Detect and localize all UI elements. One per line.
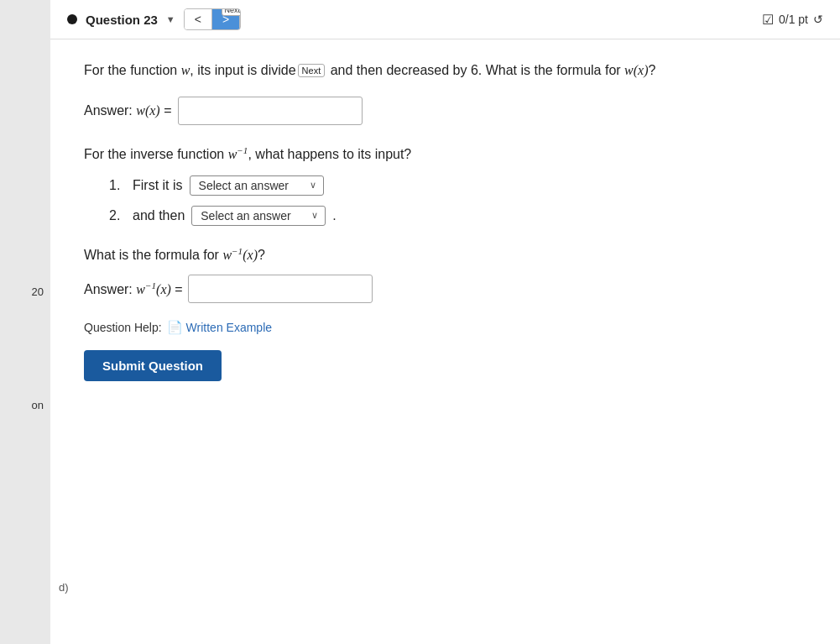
question-header: Question 23 ▼ < > Next ☑ 0/1 pt ↺ xyxy=(50,0,840,39)
step-2-select-arrow: ∨ xyxy=(311,210,318,221)
inverse-section: For the inverse function w−1, what happe… xyxy=(84,145,806,226)
step-1-number: 1. xyxy=(109,178,126,193)
problem-question-mark: ? xyxy=(649,63,656,77)
step-2: 2. and then Select an answer ∨ . xyxy=(109,206,806,226)
formula-text: What is the formula for w−1(x)? xyxy=(84,246,806,263)
retry-icon[interactable]: ↺ xyxy=(813,13,823,26)
bottom-label: d) xyxy=(59,581,69,594)
step-1-select-label: Select an answer xyxy=(199,179,289,192)
problem-func-w: w xyxy=(181,63,190,77)
answer1-label: Answer: w(x) = xyxy=(84,103,171,118)
inverse-text: For the inverse function w−1, what happe… xyxy=(84,145,806,162)
step-1-prefix: First it is xyxy=(133,178,183,193)
inverse-func: w−1 xyxy=(228,147,248,161)
nav-prev-button[interactable]: < xyxy=(185,9,212,29)
nav-buttons: < > Next xyxy=(184,8,241,30)
written-example-label: Written Example xyxy=(186,321,272,334)
step-1: 1. First it is Select an answer ∨ xyxy=(109,175,806,196)
written-example-link[interactable]: 📄 Written Example xyxy=(167,320,272,335)
check-icon: ☑ xyxy=(762,12,774,28)
formula-func: w−1(x) xyxy=(222,248,258,262)
step-2-prefix: and then xyxy=(133,208,185,223)
question-help: Question Help: 📄 Written Example xyxy=(84,320,806,335)
answer1-input[interactable] xyxy=(178,97,363,125)
question-header-left: Question 23 ▼ < > Next xyxy=(67,8,241,30)
header-right: ☑ 0/1 pt ↺ xyxy=(762,12,823,28)
step-2-number: 2. xyxy=(109,208,126,223)
left-sidebar: 20 on xyxy=(0,0,50,644)
next-badge: Next xyxy=(222,8,242,16)
main-content: Question 23 ▼ < > Next ☑ 0/1 pt ↺ For th… xyxy=(50,0,840,644)
submit-button[interactable]: Submit Question xyxy=(84,350,222,381)
step-2-select[interactable]: Select an answer ∨ xyxy=(191,206,326,226)
formula-section: What is the formula for w−1(x)? Answer: … xyxy=(84,246,806,381)
question-help-label: Question Help: xyxy=(84,321,162,334)
question-dropdown-arrow[interactable]: ▼ xyxy=(166,14,175,24)
answer1-row: Answer: w(x) = xyxy=(84,97,806,125)
problem-text-after: and then decreased by 6. What is the for… xyxy=(326,63,624,77)
question-dot xyxy=(67,14,77,24)
problem-text-middle: , its input is divide xyxy=(190,63,295,77)
step-1-select[interactable]: Select an answer ∨ xyxy=(190,175,324,196)
question-body: For the function w, its input is divideN… xyxy=(50,39,840,418)
step-1-select-arrow: ∨ xyxy=(310,180,316,191)
sidebar-item-20: 20 xyxy=(32,285,44,298)
problem-func-wx: w(x) xyxy=(624,63,648,77)
question-title: Question 23 xyxy=(86,13,158,27)
formula-answer-row: Answer: w−1(x) = xyxy=(84,275,806,303)
answer2-input[interactable] xyxy=(188,275,373,303)
sidebar-item-on: on xyxy=(32,399,44,411)
problem-text: For the function w, its input is divideN… xyxy=(84,60,806,81)
problem-next-badge-inline: Next xyxy=(298,64,326,77)
doc-icon: 📄 xyxy=(167,320,183,335)
nav-next-wrapper: > Next xyxy=(212,9,240,29)
problem-text-before: For the function xyxy=(84,63,181,77)
step-list: 1. First it is Select an answer ∨ 2. and… xyxy=(84,175,806,226)
step-2-select-label: Select an answer xyxy=(201,209,290,223)
answer2-label: Answer: w−1(x) = xyxy=(84,280,183,297)
step-2-suffix: . xyxy=(332,208,336,223)
score-label: 0/1 pt xyxy=(779,13,808,26)
